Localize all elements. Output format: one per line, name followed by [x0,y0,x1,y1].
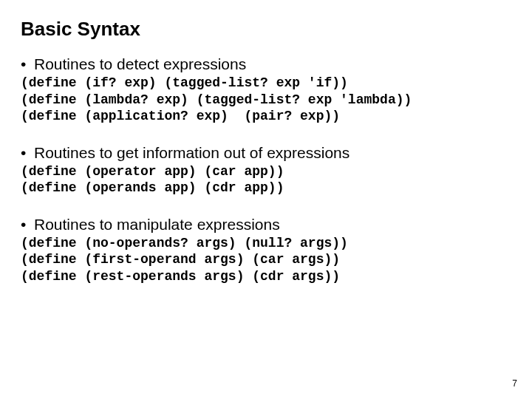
section-heading-text: Routines to get information out of expre… [34,144,349,162]
slide-title: Basic Syntax [21,18,511,41]
section-heading-0: • Routines to detect expressions [21,55,511,73]
section-heading-text: Routines to detect expressions [34,55,246,73]
code-block-0: (define (if? exp) (tagged-list? exp 'if)… [21,75,511,125]
section-heading-text: Routines to manipulate expressions [34,216,280,233]
page-number: 7 [512,378,517,389]
bullet-dot: • [21,216,34,232]
bullet-dot: • [21,56,34,72]
bullet-dot: • [21,145,34,160]
code-block-1: (define (operator app) (car app)) (defin… [21,163,511,197]
section-heading-2: • Routines to manipulate expressions [21,216,511,233]
section-heading-1: • Routines to get information out of exp… [21,144,511,162]
code-block-2: (define (no-operands? args) (null? args)… [21,235,511,285]
